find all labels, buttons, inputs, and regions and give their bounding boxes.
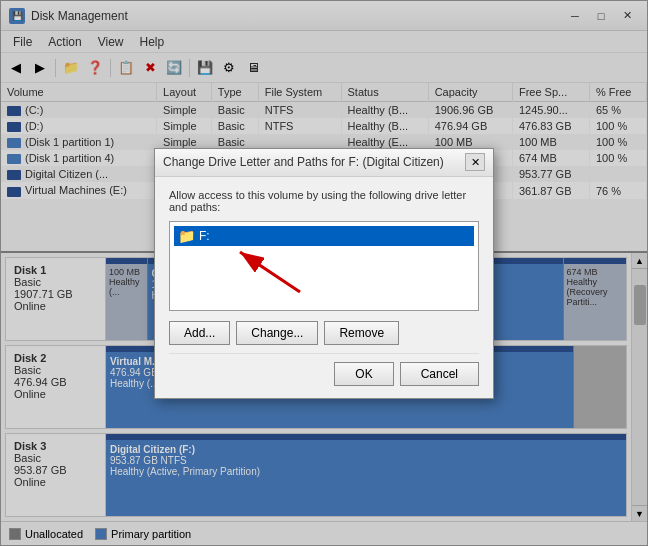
- folder-icon: 📁: [178, 228, 195, 244]
- cancel-button[interactable]: Cancel: [400, 362, 479, 386]
- modal-list-item-f[interactable]: 📁 F:: [174, 226, 474, 246]
- change-drive-letter-dialog: Change Drive Letter and Paths for F: (Di…: [154, 148, 494, 399]
- add-button[interactable]: Add...: [169, 321, 230, 345]
- red-arrow-indicator: [220, 242, 320, 302]
- modal-action-buttons: Add... Change... Remove: [169, 321, 479, 345]
- remove-button[interactable]: Remove: [324, 321, 399, 345]
- modal-title-text: Change Drive Letter and Paths for F: (Di…: [163, 155, 465, 169]
- modal-description: Allow access to this volume by using the…: [169, 189, 479, 213]
- modal-body: Allow access to this volume by using the…: [155, 177, 493, 398]
- ok-button[interactable]: OK: [334, 362, 393, 386]
- modal-confirm-buttons: OK Cancel: [169, 353, 479, 386]
- svg-line-1: [240, 252, 300, 292]
- modal-close-button[interactable]: ✕: [465, 153, 485, 171]
- modal-title-bar: Change Drive Letter and Paths for F: (Di…: [155, 149, 493, 177]
- modal-overlay: Change Drive Letter and Paths for F: (Di…: [0, 0, 648, 546]
- main-window: 💾 Disk Management ─ □ ✕ File Action View…: [0, 0, 648, 546]
- drive-letter-label: F:: [199, 229, 210, 243]
- change-button[interactable]: Change...: [236, 321, 318, 345]
- modal-listbox[interactable]: 📁 F:: [169, 221, 479, 311]
